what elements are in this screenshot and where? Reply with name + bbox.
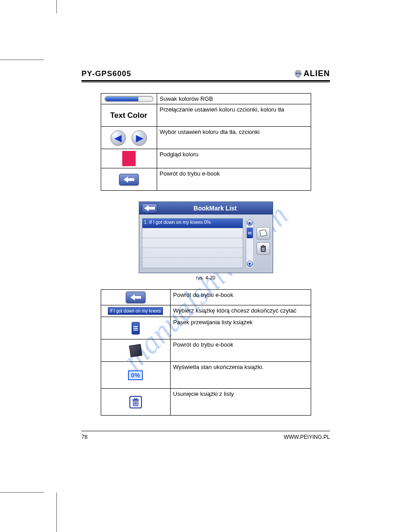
svg-rect-10 <box>134 398 137 399</box>
arrow-right-icon: ▶ <box>132 130 147 146</box>
table-row: Podgląd koloru <box>101 149 311 168</box>
brand-text: ALIEN <box>304 69 330 78</box>
page-number: 78 <box>81 434 87 440</box>
bookmark-item-icon: If I got down on my knees <box>108 307 163 315</box>
screenshot-titlebar: BookMark List <box>139 202 273 215</box>
table-row: Powrót do trybu e-book <box>101 339 311 362</box>
delete-button-icon <box>257 242 270 255</box>
svg-rect-4 <box>262 245 264 246</box>
list-item <box>142 248 243 258</box>
table-row: Suwak kolorów RGB <box>101 94 311 104</box>
desc-cell: Podgląd koloru <box>157 149 311 168</box>
scrollbar-icon <box>132 322 140 335</box>
header-rule <box>81 80 330 82</box>
desc-cell: Usunięcie książki z listy <box>170 389 311 416</box>
table-row: Pasek przewijania listy książek <box>101 317 311 339</box>
desc-cell: Przełączanie ustawień koloru czcionki, k… <box>157 104 311 127</box>
crop-mark <box>56 0 57 13</box>
percent-badge-icon: 0% <box>128 370 142 380</box>
table-row: If I got down on my knees Wybierz książk… <box>101 305 311 317</box>
model-number: PY-GPS6005 <box>81 69 131 78</box>
page-footer: 78 WWW.PEIYING.PL <box>81 434 330 440</box>
note-icon <box>129 344 142 357</box>
list-item: 1. If I got down on my knees 0% <box>142 219 243 228</box>
back-arrow-icon <box>142 203 157 213</box>
table-row: Text Color Przełączanie ustawień koloru … <box>101 104 311 127</box>
desc-cell: Powrót do trybu e-book <box>157 168 311 191</box>
icon-description-table-2: Powrót do trybu e-book If I got down on … <box>101 289 311 416</box>
scroll-up-icon: ▲ <box>247 219 253 226</box>
crop-mark <box>0 60 44 60</box>
desc-cell: Wybierz książkę którą chcesz dokończyć c… <box>170 305 311 317</box>
table-row: ◀ ▶ Wybór ustawień koloru dla tła, czcio… <box>101 127 311 149</box>
screenshot-title: BookMark List <box>161 205 270 212</box>
page-content: PY-GPS6005 ALIEN Suwak kolorów RGB Text … <box>81 69 330 440</box>
back-arrow-icon <box>119 174 139 185</box>
crop-mark <box>0 492 44 493</box>
scroll-down-icon: ▼ <box>247 261 253 267</box>
brand-logo: ALIEN <box>295 69 330 78</box>
alien-icon <box>295 70 302 78</box>
desc-cell: Powrót do trybu e-book <box>170 339 311 362</box>
desc-cell: Wyświetla stan ukończenia książki. <box>170 362 311 389</box>
table-row: Usunięcie książki z listy <box>101 389 311 416</box>
desc-cell: Wybór ustawień koloru dla tła, czcionki <box>157 127 311 149</box>
bookmark-list: 1. If I got down on my knees 0% <box>142 218 243 268</box>
crop-mark <box>56 493 57 532</box>
scroll-thumb-icon <box>247 227 253 238</box>
trash-icon <box>129 396 142 408</box>
desc-cell: Suwak kolorów RGB <box>157 94 311 104</box>
rgb-slider-icon <box>104 96 154 102</box>
back-arrow-icon <box>126 292 146 303</box>
arrow-left-icon: ◀ <box>111 130 126 146</box>
note-button-icon <box>257 227 270 240</box>
page-header: PY-GPS6005 ALIEN <box>81 69 330 78</box>
list-item <box>142 238 243 248</box>
table-row: Powrót do trybu e-book <box>101 290 311 305</box>
footer-url: WWW.PEIYING.PL <box>284 434 330 440</box>
icon-description-table-1: Suwak kolorów RGB Text Color Przełączani… <box>101 93 311 191</box>
svg-rect-3 <box>261 246 266 247</box>
table-row: Powrót do trybu e-book <box>101 168 311 191</box>
list-item <box>142 228 243 238</box>
bookmark-list-screenshot: BookMark List 1. If I got down on my kne… <box>139 202 273 273</box>
figure-caption: rys. 4-20 <box>81 275 330 280</box>
footer-rule <box>81 431 330 431</box>
list-item <box>142 258 243 268</box>
desc-cell: Powrót do trybu e-book <box>170 290 311 305</box>
side-buttons <box>257 218 270 268</box>
scrollbar: ▲ ▼ <box>246 218 254 268</box>
text-color-label-icon: Text Color <box>110 111 147 120</box>
table-row: 0% Wyświetla stan ukończenia książki. <box>101 362 311 389</box>
color-preview-icon <box>122 151 136 166</box>
desc-cell: Pasek przewijania listy książek <box>170 317 311 339</box>
